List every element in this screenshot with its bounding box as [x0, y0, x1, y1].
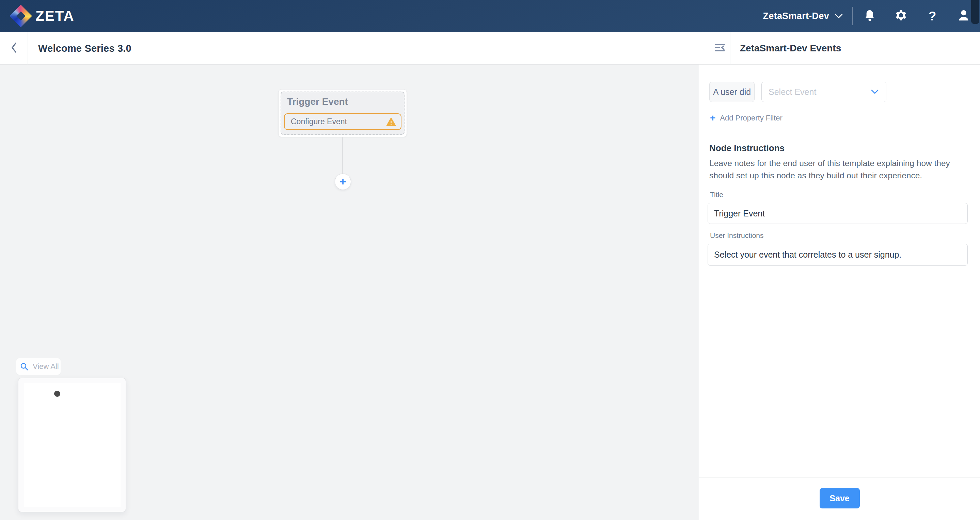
node-instructions-heading: Node Instructions: [709, 143, 784, 154]
configure-event-button[interactable]: Configure Event: [284, 113, 401, 130]
chevron-down-icon: [871, 89, 878, 94]
select-event-dropdown[interactable]: Select Event: [761, 82, 886, 102]
bell-icon: [864, 9, 876, 23]
page-title: Welcome Series 3.0: [38, 32, 131, 65]
configure-event-label: Configure Event: [291, 117, 347, 126]
minimap-node-dot: [54, 391, 60, 397]
page-header: Welcome Series 3.0: [0, 32, 699, 65]
help-button[interactable]: ?: [926, 8, 939, 24]
journey-canvas[interactable]: Trigger Event Configure Event + View All: [0, 65, 699, 520]
settings-button[interactable]: [894, 8, 908, 24]
chip-label: A user did: [713, 87, 751, 97]
question-icon: ?: [929, 10, 936, 22]
navbar-icons: ?: [863, 8, 970, 24]
node-connector-line: [342, 137, 343, 174]
navbar-right-cluster: ZetaSmart-Dev ?: [763, 0, 970, 32]
node-dashed-frame: Trigger Event Configure Event: [281, 92, 404, 135]
search-icon: [20, 362, 29, 371]
canvas-search[interactable]: View All: [16, 358, 60, 375]
add-property-filter-label: Add Property Filter: [720, 114, 782, 122]
chevron-left-icon: [11, 42, 18, 55]
minimap-viewport: [24, 383, 121, 507]
org-switcher[interactable]: ZetaSmart-Dev: [763, 11, 843, 21]
plus-icon: +: [710, 113, 716, 123]
brand-logo[interactable]: ZETA: [35, 0, 75, 32]
title-field-label: Title: [710, 190, 723, 199]
org-name: ZetaSmart-Dev: [763, 11, 829, 21]
add-node-button[interactable]: +: [335, 174, 351, 190]
save-button[interactable]: Save: [819, 488, 860, 509]
top-navbar: ZETA ZetaSmart-Dev: [0, 0, 980, 32]
panel-title: ZetaSmart-Dev Events: [740, 32, 841, 65]
person-icon: [957, 8, 970, 24]
gear-icon: [894, 9, 907, 23]
node-instructions-description: Leave notes for the end user of this tem…: [709, 157, 959, 182]
warning-icon: [386, 117, 396, 126]
account-button[interactable]: [957, 8, 970, 24]
trigger-event-node[interactable]: Trigger Event Configure Event: [278, 89, 407, 137]
scrollbar-thumb[interactable]: [971, 0, 979, 24]
plus-icon: +: [339, 176, 346, 187]
add-property-filter-button[interactable]: + Add Property Filter: [710, 113, 783, 123]
select-event-placeholder: Select Event: [768, 87, 816, 97]
chevron-down-icon: [835, 14, 843, 19]
title-input[interactable]: [708, 203, 968, 224]
panel-header: ZetaSmart-Dev Events: [699, 32, 980, 65]
search-placeholder: View All: [33, 362, 59, 371]
notifications-button[interactable]: [863, 8, 877, 24]
collapse-panel-button[interactable]: [709, 32, 730, 65]
minimap-panel[interactable]: [18, 378, 126, 512]
panel-footer: Save: [699, 477, 980, 520]
node-title: Trigger Event: [287, 96, 348, 107]
navbar-divider: [852, 7, 853, 25]
a-user-did-chip[interactable]: A user did: [709, 82, 754, 102]
app-window: ZETA ZetaSmart-Dev: [0, 0, 980, 520]
back-button[interactable]: [0, 32, 28, 65]
config-panel: ZetaSmart-Dev Events A user did Select E…: [699, 32, 980, 520]
panel-header-divider: [730, 32, 730, 65]
user-instructions-field-label: User Instructions: [710, 231, 764, 239]
collapse-panel-icon: [714, 43, 725, 54]
user-instructions-input[interactable]: [708, 244, 968, 266]
zeta-logo-icon: [10, 5, 32, 27]
